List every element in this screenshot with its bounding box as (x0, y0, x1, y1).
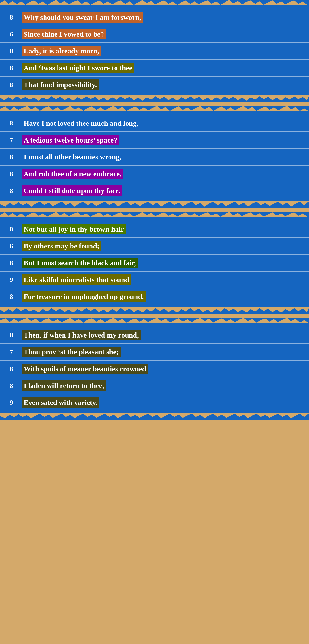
syllable-count: 6 (10, 30, 22, 38)
stanza-gap (0, 315, 309, 318)
syllable-count: 8 (10, 225, 22, 233)
line-row: 8For treasure in unploughed up ground. (0, 288, 309, 305)
line-text: Like skilful mineralists that sound (22, 274, 131, 285)
line-text: But I must search the black and fair, (22, 258, 138, 268)
stanza-1: 8Why should you swear I am forsworn,6Sin… (0, 0, 309, 102)
line-row: 9Like skilful mineralists that sound (0, 272, 309, 288)
line-text: That fond impossibility. (22, 80, 99, 90)
syllable-count: 6 (10, 242, 22, 250)
syllable-count: 8 (10, 153, 22, 161)
line-row: 8Have I not loved thee much and long, (0, 115, 309, 132)
syllable-count: 9 (10, 276, 22, 284)
line-row: 6By others may be found; (0, 238, 309, 255)
line-text: Even sated with variety. (22, 397, 100, 408)
syllable-count: 8 (10, 47, 22, 55)
syllable-count: 8 (10, 365, 22, 373)
syllable-count: 8 (10, 14, 22, 21)
line-row: 7A tedious twelve hours’ space? (0, 132, 309, 149)
stanza-4: 8Then, if when I have loved my round,7Th… (0, 318, 309, 420)
line-text: Lady, it is already morn, (22, 46, 101, 56)
stanza-gap (0, 103, 309, 106)
syllable-count: 8 (10, 331, 22, 339)
syllable-count: 8 (10, 120, 22, 127)
line-row: 7Thou prov ‘st the pleasant she; (0, 344, 309, 361)
line-text: Then, if when I have loved my round, (22, 330, 141, 340)
line-text: And rob thee of a new embrace, (22, 168, 124, 179)
page-container: 8Why should you swear I am forsworn,6Sin… (0, 0, 309, 420)
stanza-inner-4: 8Then, if when I have loved my round,7Th… (0, 324, 309, 413)
line-row: 8Not but all joy in thy brown hair (0, 221, 309, 238)
line-text: Why should you swear I am forsworn, (22, 12, 143, 23)
stanza-inner-3: 8Not but all joy in thy brown hair6By ot… (0, 218, 309, 307)
syllable-count: 8 (10, 293, 22, 300)
line-text: With spoils of meaner beauties crowned (22, 364, 148, 374)
stanza-2: 8Have I not loved thee much and long,7A … (0, 106, 309, 208)
syllable-count: 8 (10, 64, 22, 72)
syllable-count: 8 (10, 259, 22, 267)
syllable-count: 8 (10, 170, 22, 178)
stanza-inner-1: 8Why should you swear I am forsworn,6Sin… (0, 7, 309, 95)
syllable-count: 8 (10, 187, 22, 194)
syllable-count: 8 (10, 81, 22, 88)
line-row: 9Even sated with variety. (0, 394, 309, 411)
line-text: Have I not loved thee much and long, (22, 118, 140, 128)
line-text: Could I still dote upon thy face. (22, 186, 122, 196)
stanza-gap (0, 209, 309, 212)
line-text: Not but all joy in thy brown hair (22, 224, 126, 234)
syllable-count: 7 (10, 136, 22, 144)
line-text: I must all other beauties wrong, (22, 152, 123, 162)
line-text: By others may be found; (22, 241, 101, 251)
stanza-inner-2: 8Have I not loved thee much and long,7A … (0, 113, 309, 201)
line-row: 8Why should you swear I am forsworn, (0, 9, 309, 26)
stanza-3: 8Not but all joy in thy brown hair6By ot… (0, 212, 309, 314)
line-row: 6Since thine I vowed to be? (0, 26, 309, 43)
syllable-count: 8 (10, 382, 22, 390)
line-text: Thou prov ‘st the pleasant she; (22, 347, 120, 357)
syllable-count: 9 (10, 399, 22, 406)
line-row: 8I laden will return to thee, (0, 378, 309, 394)
line-row: 8That fond impossibility. (0, 76, 309, 93)
line-row: 8Lady, it is already morn, (0, 43, 309, 60)
line-row: 8I must all other beauties wrong, (0, 149, 309, 166)
line-text: Since thine I vowed to be? (22, 29, 106, 40)
line-row: 8But I must search the black and fair, (0, 255, 309, 272)
line-text: A tedious twelve hours’ space? (22, 135, 119, 146)
line-row: 8Then, if when I have loved my round, (0, 327, 309, 344)
line-text: For treasure in unploughed up ground. (22, 291, 146, 302)
line-row: 8And rob thee of a new embrace, (0, 166, 309, 182)
syllable-count: 7 (10, 348, 22, 356)
line-row: 8And ‘twas last night I swore to thee (0, 60, 309, 76)
line-text: I laden will return to thee, (22, 380, 106, 391)
line-row: 8Could I still dote upon thy face. (0, 182, 309, 199)
line-row: 8With spoils of meaner beauties crowned (0, 361, 309, 378)
line-text: And ‘twas last night I swore to thee (22, 62, 134, 73)
